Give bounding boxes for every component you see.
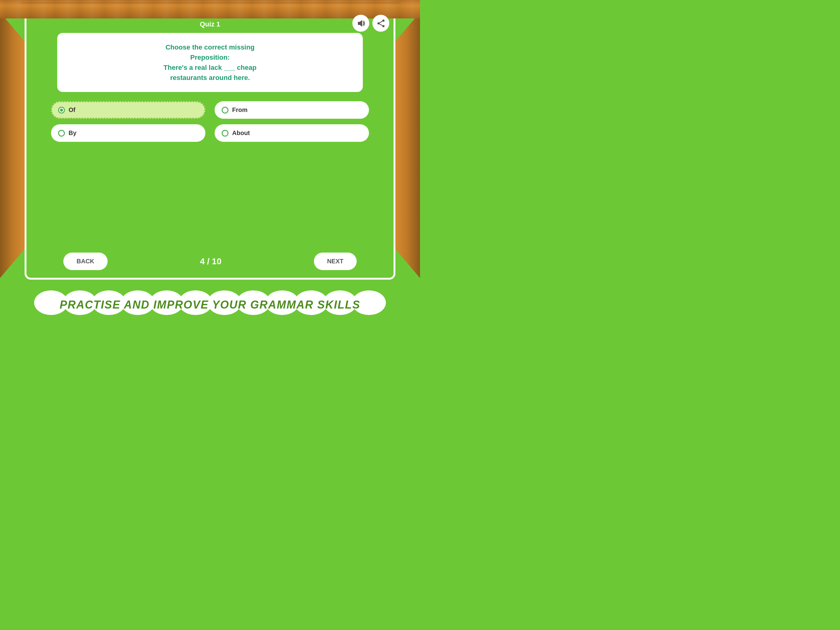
answers-area: Of From By About [51, 101, 369, 142]
answer-of-label: Of [69, 106, 75, 114]
question-line3: There's a real lack ___ cheap [164, 64, 256, 71]
answer-by[interactable]: By [51, 124, 205, 142]
question-line2: Preposition: [190, 54, 230, 61]
answer-about[interactable]: About [215, 124, 369, 142]
svg-line-5 [379, 24, 382, 25]
share-icon [377, 19, 385, 28]
sound-icon [357, 19, 365, 28]
question-line4: restaurants around here. [170, 74, 249, 82]
sound-button[interactable] [352, 15, 369, 32]
question-card: Choose the correct missing Preposition: … [57, 33, 363, 92]
radio-of [58, 107, 65, 114]
tagline: PRACTISE AND IMPROVE YOUR GRAMMAR SKILLS [0, 298, 420, 311]
main-panel: Quiz 1 Choose the correct missing Prepos… [25, 11, 395, 280]
question-line1: Choose the correct missing [166, 43, 254, 51]
top-icon-buttons [352, 15, 389, 32]
share-button[interactable] [373, 15, 389, 32]
question-text: Choose the correct missing Preposition: … [73, 42, 347, 83]
answer-from-label: From [232, 106, 248, 114]
quiz-title: Quiz 1 [39, 20, 381, 28]
radio-from [222, 107, 229, 114]
answer-from[interactable]: From [215, 101, 369, 119]
svg-marker-0 [358, 20, 362, 27]
progress-indicator: 4 / 10 [200, 256, 221, 266]
answer-by-label: By [69, 130, 77, 136]
answer-about-label: About [232, 130, 250, 136]
svg-line-4 [379, 21, 382, 23]
next-button[interactable]: NEXT [314, 253, 357, 270]
answer-of[interactable]: Of [51, 101, 205, 119]
back-button[interactable]: BACK [63, 253, 107, 270]
bottom-navigation: BACK 4 / 10 NEXT [63, 253, 357, 270]
radio-about [222, 130, 229, 136]
radio-by [58, 130, 65, 136]
